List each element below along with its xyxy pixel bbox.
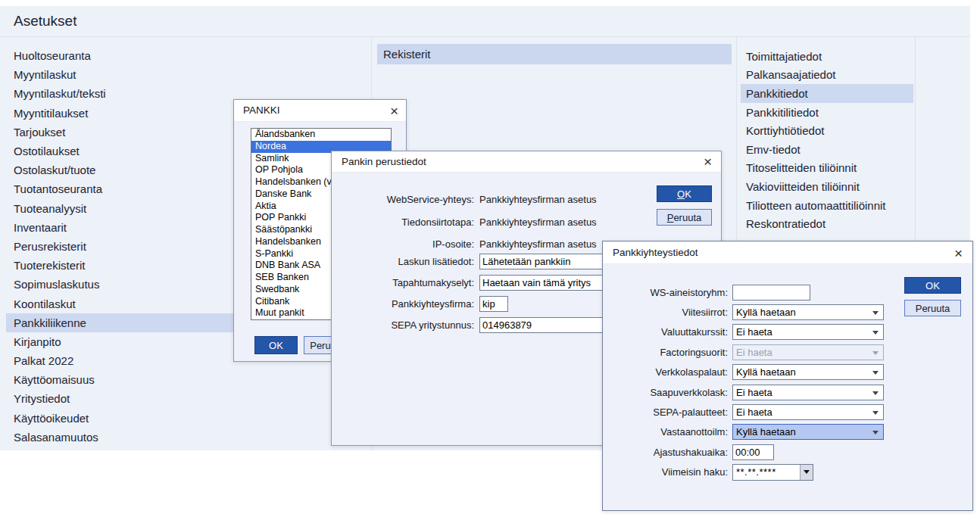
field-label: Factoringsuorit: — [603, 347, 728, 358]
chevron-down-icon — [872, 311, 879, 315]
field-value: Pankkiyhteysfirman asetus — [474, 216, 597, 228]
field-label: SEPA yritystunnus: — [332, 319, 474, 331]
sidebar-item[interactable]: Salasanamuutos — [6, 428, 371, 447]
bank-connection-dialog: Pankkiyhteystiedot × WS-aineistoryhm: Vi… — [602, 241, 973, 511]
field-label: Valuuttakurssit: — [603, 326, 728, 338]
field-row: Valuuttakurssit: Ei haeta — [603, 322, 972, 342]
field-row: Ajastushakuaika: — [603, 442, 972, 462]
connection-dialog-ok-button[interactable]: OK — [904, 277, 961, 294]
field-label: WS-aineistoryhm: — [603, 287, 728, 298]
field-label: Viimeisin haku: — [603, 466, 728, 478]
vastaanottoilm-select[interactable]: Kyllä haetaan — [732, 424, 884, 440]
combo-value: **.**.**** — [733, 465, 800, 480]
factoringsuorit-select: Ei haeta — [732, 344, 884, 360]
field-label: WebService-yhteys: — [332, 194, 474, 205]
field-label: Ajastushakuaika: — [603, 447, 728, 458]
title-divider — [0, 36, 970, 37]
select-value: Ei haeta — [736, 387, 772, 398]
viitesiirrot-select[interactable]: Kyllä haetaan — [732, 304, 884, 320]
field-label: Laskun lisätiedot: — [332, 256, 474, 267]
field-row: Vastaanottoilm: Kyllä haetaan — [603, 422, 972, 442]
details-dialog-cancel-button[interactable]: Peruuta — [657, 209, 712, 226]
register-item[interactable]: Reskontratiedot — [741, 214, 913, 233]
valuuttakurssit-select[interactable]: Ei haeta — [732, 324, 884, 340]
bank-details-dialog-titlebar: Pankin perustiedot × — [332, 151, 721, 173]
bank-select-dialog-title: PANKKI — [243, 104, 280, 116]
chevron-down-icon — [872, 351, 879, 355]
chevron-down-icon — [872, 371, 879, 375]
bank-select-dialog-titlebar: PANKKI × — [234, 100, 406, 122]
select-value: Kyllä haetaan — [736, 307, 796, 318]
register-item[interactable]: Toimittajatiedot — [741, 47, 913, 66]
verkkolaspalaut-select[interactable]: Kyllä haetaan — [732, 364, 884, 380]
close-icon[interactable]: × — [954, 246, 963, 260]
field-label: Verkkolaspalaut: — [603, 366, 728, 378]
registers-header[interactable]: Rekisterit — [377, 44, 732, 64]
tapahtumakyselyt-input[interactable] — [479, 275, 607, 291]
register-item[interactable]: Korttiyhtiötiedot — [741, 121, 913, 140]
register-item[interactable]: Emv-tiedot — [741, 140, 913, 159]
close-icon[interactable]: × — [390, 104, 398, 118]
register-item[interactable]: Titoselitteiden tiliöinnit — [741, 159, 913, 178]
field-label: SEPA-palautteet: — [603, 406, 728, 418]
register-item[interactable]: Tiliotteen automaattitiliöinnit — [741, 196, 913, 215]
sidebar-item[interactable]: Käyttöoikeudet — [6, 409, 371, 428]
chevron-down-icon — [872, 431, 879, 434]
combo-dropdown-button[interactable] — [800, 465, 813, 480]
laskun-lisatiedot-input[interactable] — [479, 254, 607, 269]
bank-list-item[interactable]: Ålandsbanken — [251, 129, 391, 141]
select-value: Kyllä haetaan — [736, 426, 796, 438]
select-value: Ei haeta — [736, 326, 772, 338]
viimeisin-haku-combo[interactable]: **.**.**** — [732, 464, 813, 481]
register-item[interactable]: Palkansaajatiedot — [741, 66, 913, 85]
select-value: Ei haeta — [736, 347, 772, 358]
saapuverkkolask-select[interactable]: Ei haeta — [732, 385, 884, 400]
field-label: Saapuverkkolask: — [603, 387, 728, 398]
register-item[interactable]: Vakioviitteiden tiliöinnit — [741, 177, 913, 196]
field-value: Pankkiyhteysfirman asetus — [474, 194, 597, 205]
sidebar-item[interactable]: Myyntilaskut — [6, 65, 371, 84]
close-icon[interactable]: × — [704, 154, 712, 169]
bank-dialog-ok-button[interactable]: OK — [254, 336, 298, 354]
field-label: Pankkiyhteysfirma: — [332, 298, 474, 310]
ws-aineistoryhm-input[interactable] — [732, 285, 810, 301]
field-row: Saapuverkkolask: Ei haeta — [603, 382, 972, 402]
sidebar-item[interactable]: Yritystiedot — [6, 389, 371, 408]
field-label: Viitesiirrot: — [603, 307, 728, 318]
connection-dialog-cancel-button[interactable]: Peruuta — [904, 300, 961, 316]
page-title: Asetukset — [14, 13, 76, 30]
select-value: Kyllä haetaan — [736, 366, 796, 378]
register-item[interactable]: Pankkitilitiedot — [741, 103, 913, 122]
sidebar-item[interactable]: Huoltoseuranta — [6, 46, 371, 65]
chevron-down-icon — [872, 331, 879, 335]
field-label: Tapahtumakyselyt: — [332, 277, 474, 288]
field-row: Verkkolaspalaut: Kyllä haetaan — [603, 363, 972, 382]
field-label: Tiedonsiirtotapa: — [332, 216, 474, 228]
field-row: Viimeisin haku: **.**.**** — [603, 462, 972, 482]
chevron-down-icon — [872, 391, 879, 395]
sepa-yritystunnus-input[interactable] — [479, 317, 607, 333]
bank-details-dialog-title: Pankin perustiedot — [342, 156, 426, 167]
bank-connection-dialog-titlebar: Pankkiyhteystiedot × — [603, 241, 972, 264]
field-value: Pankkiyhteysfirman asetus — [474, 238, 597, 250]
field-row: Factoringsuorit: Ei haeta — [603, 342, 972, 362]
details-dialog-ok-button[interactable]: OK — [657, 185, 712, 202]
sepa-palautteet-select[interactable]: Ei haeta — [732, 404, 884, 420]
field-row: SEPA-palautteet: Ei haeta — [603, 402, 972, 422]
field-label: IP-osoite: — [332, 238, 474, 250]
pankkiyhteysfirma-input[interactable] — [479, 296, 508, 312]
field-label: Vastaanottoilm: — [603, 426, 728, 438]
ajastushakuaika-input[interactable] — [732, 444, 774, 460]
register-item[interactable]: Pankkitiedot — [741, 84, 913, 103]
register-menu: ToimittajatiedotPalkansaajatiedotPankkit… — [741, 47, 913, 233]
screen: Asetukset HuoltoseurantaMyyntilaskutMyyn… — [0, 0, 980, 517]
chevron-down-icon — [872, 411, 879, 415]
select-value: Ei haeta — [736, 406, 772, 418]
bank-connection-dialog-title: Pankkiyhteystiedot — [613, 247, 698, 258]
chevron-down-icon — [804, 470, 810, 474]
sidebar-item[interactable]: Käyttöomaisuus — [6, 370, 371, 389]
